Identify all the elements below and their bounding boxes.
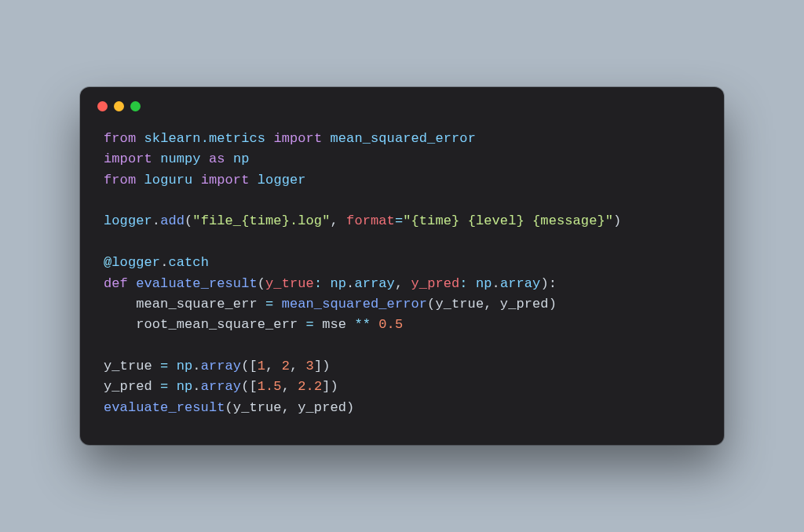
terminal-window: from sklearn.metrics import mean_squared… [80, 87, 724, 445]
module: sklearn.metrics [144, 131, 266, 146]
kw-from: from [104, 173, 136, 188]
fn-def: evaluate_result [136, 276, 258, 291]
var: mse [322, 317, 346, 332]
module: numpy [160, 151, 201, 166]
number: 1.5 [258, 379, 282, 394]
comma: , [265, 359, 282, 373]
decorator-at: @ [104, 255, 111, 270]
number: 0.5 [378, 317, 403, 332]
eq: = [395, 213, 403, 228]
paren: ) [613, 213, 621, 228]
fn-call: add [160, 213, 185, 228]
paren: ([ [241, 379, 258, 394]
indent [104, 317, 136, 332]
module: loguru [144, 173, 193, 188]
type: np [476, 276, 492, 291]
kw-def: def [104, 276, 128, 291]
paren: ) [346, 400, 354, 415]
code-block: from sklearn.metrics import mean_squared… [80, 119, 724, 445]
window-titlebar [80, 87, 724, 119]
indent [104, 297, 136, 312]
comma: , [484, 297, 500, 312]
fn-call: evaluate_result [104, 400, 225, 415]
kw-import: import [201, 173, 250, 188]
colon: : [459, 276, 476, 291]
paren: ( [225, 400, 233, 415]
fn-call: mean_squared_error [282, 297, 427, 312]
fn-call: array [201, 379, 242, 394]
var: mean_square_err [136, 297, 258, 312]
number: 3 [306, 359, 314, 373]
var: root_mean_square_err [136, 317, 298, 332]
fn-call: array [201, 359, 242, 373]
close-icon[interactable] [97, 101, 108, 111]
arg: y_pred [298, 400, 346, 415]
eq: = [152, 359, 177, 373]
zoom-icon[interactable] [130, 101, 141, 111]
comma: , [290, 359, 306, 373]
minimize-icon[interactable] [114, 101, 124, 111]
op-pow: ** [346, 317, 378, 332]
kwarg: format [346, 213, 395, 228]
dot: . [346, 276, 354, 291]
identifier: logger [258, 173, 306, 188]
arg: y_true [435, 297, 484, 312]
string: "{time} {level} {message}" [403, 213, 613, 228]
param: y_pred [411, 276, 460, 291]
var: y_pred [104, 379, 152, 394]
dot: . [152, 213, 160, 228]
dot: . [192, 379, 200, 394]
colon: : [314, 276, 331, 291]
type: array [354, 276, 395, 291]
kw-import: import [104, 151, 152, 166]
type: array [500, 276, 541, 291]
dot: . [492, 276, 500, 291]
identifier: np [177, 359, 193, 373]
stage: from sklearn.metrics import mean_squared… [0, 0, 804, 532]
number: 2 [282, 359, 290, 373]
kw-as: as [209, 151, 225, 166]
var: y_true [104, 359, 152, 373]
arg: y_pred [500, 297, 549, 312]
paren: ): [540, 276, 557, 291]
identifier: np [177, 379, 193, 394]
comma: , [282, 400, 298, 415]
identifier: logger [111, 255, 160, 270]
paren: ) [549, 297, 557, 312]
param: y_true [265, 276, 314, 291]
kw-from: from [104, 131, 136, 146]
paren: ( [258, 276, 265, 291]
string: "file_{time}.log" [192, 213, 330, 228]
attr: catch [168, 255, 209, 270]
comma: , [395, 276, 411, 291]
number: 2.2 [298, 379, 322, 394]
identifier: logger [104, 213, 152, 228]
identifier: mean_squared_error [331, 131, 476, 146]
kw-import: import [273, 131, 322, 146]
paren: ( [427, 297, 435, 312]
number: 1 [258, 359, 265, 373]
comma: , [330, 213, 346, 228]
dot: . [192, 359, 200, 373]
comma: , [282, 379, 298, 394]
eq: = [258, 297, 282, 312]
eq: = [152, 379, 177, 394]
paren: ]) [322, 379, 338, 394]
paren: ([ [241, 359, 258, 373]
eq: = [298, 317, 322, 332]
alias: np [233, 151, 250, 166]
paren: ( [185, 213, 192, 228]
type: np [330, 276, 346, 291]
dot: . [160, 255, 168, 270]
paren: ]) [314, 359, 331, 373]
arg: y_true [233, 400, 282, 415]
